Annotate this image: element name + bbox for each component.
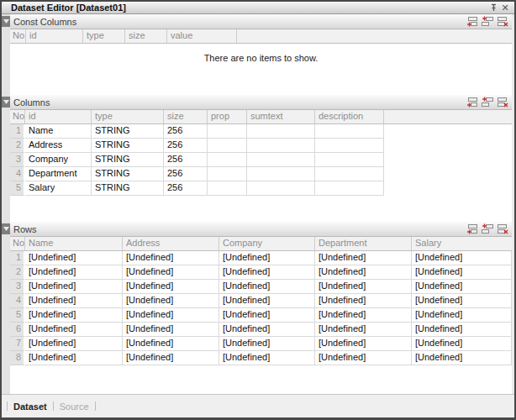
table-cell[interactable]: [Undefined] xyxy=(315,294,412,308)
table-cell[interactable]: [Undefined] xyxy=(123,294,219,308)
table-cell[interactable]: [Undefined] xyxy=(25,323,123,337)
table-cell[interactable]: STRING xyxy=(92,181,164,196)
row-number[interactable]: 2 xyxy=(10,265,25,280)
table-cell[interactable]: [Undefined] xyxy=(25,308,123,323)
close-icon[interactable]: ✕ xyxy=(499,3,511,13)
row-number[interactable]: 4 xyxy=(10,294,25,308)
table-cell[interactable] xyxy=(208,124,247,139)
table-cell[interactable]: [Undefined] xyxy=(412,351,512,365)
table-cell[interactable]: Name xyxy=(25,124,92,139)
table-cell[interactable]: [Undefined] xyxy=(315,280,412,294)
insert-row-icon[interactable] xyxy=(481,97,493,108)
table-cell[interactable] xyxy=(247,139,315,153)
table-cell[interactable]: [Undefined] xyxy=(315,337,412,351)
table-cell[interactable]: [Undefined] xyxy=(219,251,315,265)
row-number[interactable]: 1 xyxy=(10,251,25,265)
chevron-down-icon[interactable] xyxy=(2,16,10,27)
table-cell[interactable]: [Undefined] xyxy=(219,308,315,323)
row-number[interactable]: 3 xyxy=(10,153,25,167)
table-cell[interactable]: Salary xyxy=(25,181,92,196)
table-cell[interactable]: STRING xyxy=(92,139,164,153)
insert-row-icon[interactable] xyxy=(481,223,493,235)
delete-row-icon[interactable] xyxy=(496,223,508,235)
table-cell[interactable]: [Undefined] xyxy=(315,308,412,323)
table-cell[interactable] xyxy=(208,167,247,181)
table-cell[interactable]: [Undefined] xyxy=(412,308,512,323)
table-cell[interactable]: [Undefined] xyxy=(123,251,219,265)
row-number[interactable]: 1 xyxy=(10,124,25,139)
chevron-down-icon[interactable] xyxy=(2,223,10,234)
table-cell[interactable]: [Undefined] xyxy=(219,265,315,280)
pin-icon[interactable] xyxy=(487,3,499,13)
table-cell[interactable]: [Undefined] xyxy=(123,265,219,280)
const-columns-header-bar[interactable]: Const Columns xyxy=(10,14,512,29)
chevron-down-icon[interactable] xyxy=(2,97,10,108)
table-cell[interactable]: [Undefined] xyxy=(412,280,512,294)
row-number[interactable]: 5 xyxy=(10,308,25,323)
table-cell[interactable]: 256 xyxy=(164,181,208,196)
add-row-icon[interactable] xyxy=(466,97,478,108)
table-cell[interactable] xyxy=(247,153,315,167)
table-cell[interactable]: [Undefined] xyxy=(412,323,512,337)
delete-row-icon[interactable] xyxy=(496,97,508,108)
table-cell[interactable]: [Undefined] xyxy=(123,337,219,351)
table-cell[interactable]: [Undefined] xyxy=(123,323,219,337)
add-row-icon[interactable] xyxy=(466,223,478,235)
add-row-icon[interactable] xyxy=(466,16,478,28)
table-cell[interactable]: [Undefined] xyxy=(123,308,219,323)
table-cell[interactable]: [Undefined] xyxy=(412,265,512,280)
table-cell[interactable] xyxy=(315,167,384,181)
row-number[interactable]: 4 xyxy=(10,167,25,181)
table-cell[interactable]: [Undefined] xyxy=(219,294,315,308)
row-number[interactable]: 6 xyxy=(10,323,25,337)
tab-source[interactable]: Source xyxy=(54,402,95,412)
table-cell[interactable]: [Undefined] xyxy=(412,251,512,265)
table-cell[interactable]: [Undefined] xyxy=(219,323,315,337)
insert-row-icon[interactable] xyxy=(481,16,493,28)
table-cell[interactable]: Address xyxy=(25,139,92,153)
table-cell[interactable] xyxy=(247,181,315,196)
table-cell[interactable] xyxy=(315,153,384,167)
table-cell[interactable]: [Undefined] xyxy=(412,337,512,351)
table-cell[interactable] xyxy=(315,181,384,196)
table-cell[interactable] xyxy=(315,139,384,153)
table-cell[interactable] xyxy=(208,153,247,167)
table-cell[interactable]: STRING xyxy=(92,124,164,139)
table-cell[interactable] xyxy=(247,167,315,181)
table-cell[interactable]: [Undefined] xyxy=(412,294,512,308)
table-cell[interactable]: [Undefined] xyxy=(25,294,123,308)
row-number[interactable]: 3 xyxy=(10,280,25,294)
columns-header-bar[interactable]: Columns xyxy=(10,95,512,110)
table-cell[interactable]: 256 xyxy=(164,153,208,167)
tab-dataset[interactable]: Dataset xyxy=(8,402,53,412)
delete-row-icon[interactable] xyxy=(496,16,508,28)
row-number[interactable]: 7 xyxy=(10,337,25,351)
table-cell[interactable]: Department xyxy=(25,167,92,181)
table-cell[interactable]: 256 xyxy=(164,167,208,181)
table-cell[interactable]: [Undefined] xyxy=(315,251,412,265)
table-cell[interactable]: [Undefined] xyxy=(123,280,219,294)
table-cell[interactable]: [Undefined] xyxy=(25,280,123,294)
table-cell[interactable]: [Undefined] xyxy=(315,351,412,365)
table-cell[interactable]: [Undefined] xyxy=(219,280,315,294)
table-cell[interactable]: [Undefined] xyxy=(315,323,412,337)
table-cell[interactable]: [Undefined] xyxy=(219,351,315,365)
table-cell[interactable] xyxy=(208,139,247,153)
table-cell[interactable] xyxy=(208,181,247,196)
table-cell[interactable]: 256 xyxy=(164,124,208,139)
table-cell[interactable]: STRING xyxy=(92,153,164,167)
row-number[interactable]: 5 xyxy=(10,181,25,196)
table-cell[interactable]: Company xyxy=(25,153,92,167)
rows-header-bar[interactable]: Rows xyxy=(10,222,512,237)
table-cell[interactable] xyxy=(247,124,315,139)
table-cell[interactable]: [Undefined] xyxy=(219,337,315,351)
table-cell[interactable]: STRING xyxy=(92,167,164,181)
table-cell[interactable]: [Undefined] xyxy=(25,251,123,265)
row-number[interactable]: 8 xyxy=(10,351,25,365)
row-number[interactable]: 2 xyxy=(10,139,25,153)
table-cell[interactable]: 256 xyxy=(164,139,208,153)
table-cell[interactable]: [Undefined] xyxy=(25,351,123,365)
table-cell[interactable]: [Undefined] xyxy=(123,351,219,365)
table-cell[interactable] xyxy=(315,124,384,139)
table-cell[interactable]: [Undefined] xyxy=(25,337,123,351)
